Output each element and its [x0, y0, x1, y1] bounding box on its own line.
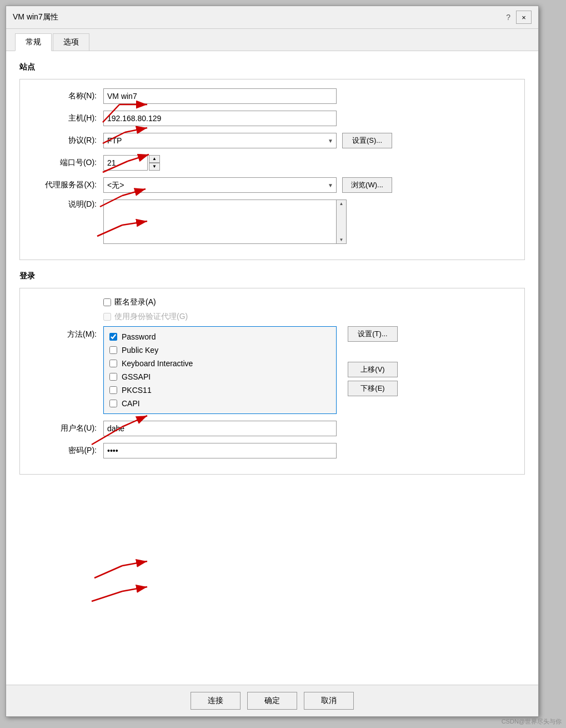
method-capi-checkbox[interactable] [109, 400, 117, 407]
desc-label: 说明(D): [31, 200, 103, 210]
port-spinner-row: ▲ ▼ [103, 155, 160, 171]
method-capi-label: CAPI [122, 399, 140, 408]
proxy-select[interactable]: <无> [103, 177, 337, 193]
method-keyboard-label: Keyboard Interactive [122, 359, 193, 368]
name-row: 名称(N): [31, 88, 513, 104]
agent-label: 使用身份验证代理(G) [114, 312, 188, 322]
connect-button[interactable]: 连接 [191, 692, 241, 710]
site-section-title: 站点 [19, 62, 525, 72]
protocol-settings-button[interactable]: 设置(S)... [342, 133, 392, 148]
port-up-button[interactable]: ▲ [149, 155, 160, 163]
method-settings-button[interactable]: 设置(T)... [348, 326, 398, 342]
method-item-pkcs11[interactable]: PKCS11 [104, 383, 336, 397]
password-label: 密码(P): [31, 446, 103, 456]
port-spinner: ▲ ▼ [149, 155, 160, 171]
protocol-label: 协议(R): [31, 136, 103, 146]
host-row: 主机(H): [31, 111, 513, 126]
protocol-row: 协议(R): FTP SFTP FTPS HTTP ▼ 设置(S)... [31, 133, 513, 148]
method-list: Password Public Key Keyboard Interactive [103, 326, 337, 414]
method-up-button[interactable]: 上移(V) [348, 362, 398, 377]
method-side-buttons: 设置(T)... 上移(V) 下移(E) [342, 326, 398, 396]
username-input[interactable] [103, 421, 337, 436]
anonymous-label: 匿名登录(A) [114, 297, 156, 307]
login-section-box: 匿名登录(A) 使用身份验证代理(G) 方法(M): Password [19, 288, 525, 475]
proxy-select-wrapper: <无> ▼ [103, 177, 337, 193]
anonymous-checkbox[interactable] [103, 298, 111, 306]
scroll-up-arrow: ▲ [339, 201, 344, 206]
port-input[interactable] [103, 155, 148, 171]
port-row: 端口号(O): ▲ ▼ [31, 155, 513, 171]
agent-checkbox[interactable] [103, 313, 111, 321]
dialog-title: VM win7属性 [13, 12, 58, 22]
agent-row: 使用身份验证代理(G) [31, 312, 513, 322]
name-input[interactable] [103, 88, 337, 104]
host-input[interactable] [103, 111, 337, 126]
method-publickey-checkbox[interactable] [109, 346, 117, 354]
host-label: 主机(H): [31, 113, 103, 123]
method-gssapi-checkbox[interactable] [109, 373, 117, 381]
site-section-box: 名称(N): 主机(H): 协议(R): FTP SFTP FTPS [19, 79, 525, 260]
ok-button[interactable]: 确定 [247, 692, 297, 710]
method-down-button[interactable]: 下移(E) [348, 381, 398, 396]
method-label: 方法(M): [31, 326, 103, 340]
method-publickey-label: Public Key [122, 346, 158, 355]
proxy-row: 代理服务器(X): <无> ▼ 浏览(W)... [31, 177, 513, 193]
tab-options[interactable]: 选项 [53, 33, 89, 51]
method-gssapi-label: GSSAPI [122, 372, 151, 381]
password-input[interactable] [103, 443, 337, 458]
name-label: 名称(N): [31, 91, 103, 101]
desc-row: 说明(D): ▲ ▼ [31, 200, 513, 244]
login-section-title: 登录 [19, 271, 525, 281]
close-button[interactable]: × [516, 11, 532, 24]
method-item-publickey[interactable]: Public Key [104, 343, 336, 357]
method-password-checkbox[interactable] [109, 333, 117, 341]
proxy-browse-button[interactable]: 浏览(W)... [342, 177, 392, 193]
protocol-select[interactable]: FTP SFTP FTPS HTTP [103, 133, 337, 148]
watermark: CSDN@世界尽头与你 [502, 717, 562, 726]
desc-scrollbar: ▲ ▼ [337, 200, 347, 244]
method-pkcs11-label: PKCS11 [122, 386, 152, 395]
method-keyboard-checkbox[interactable] [109, 360, 117, 367]
proxy-label: 代理服务器(X): [31, 180, 103, 190]
help-button[interactable]: ? [503, 12, 514, 23]
desc-textarea[interactable] [103, 200, 337, 244]
protocol-select-wrapper: FTP SFTP FTPS HTTP ▼ [103, 133, 337, 148]
method-password-label: Password [122, 332, 156, 341]
username-row: 用户名(U): [31, 421, 513, 436]
dialog-footer: 连接 确定 取消 [6, 685, 538, 716]
port-label: 端口号(O): [31, 158, 103, 168]
username-label: 用户名(U): [31, 423, 103, 433]
tabs-row: 常规 选项 [6, 29, 538, 51]
method-item-password[interactable]: Password [104, 330, 336, 343]
method-item-gssapi[interactable]: GSSAPI [104, 370, 336, 383]
method-pkcs11-checkbox[interactable] [109, 386, 117, 394]
password-row: 密码(P): [31, 443, 513, 458]
anonymous-row: 匿名登录(A) [31, 297, 513, 307]
tab-general[interactable]: 常规 [15, 33, 52, 51]
method-row: 方法(M): Password Public Key Keyboard I [31, 326, 513, 414]
port-down-button[interactable]: ▼ [149, 163, 160, 171]
method-item-keyboard[interactable]: Keyboard Interactive [104, 357, 336, 370]
cancel-button[interactable]: 取消 [304, 692, 354, 710]
method-item-capi[interactable]: CAPI [104, 397, 336, 410]
scroll-down-arrow: ▼ [339, 237, 344, 242]
